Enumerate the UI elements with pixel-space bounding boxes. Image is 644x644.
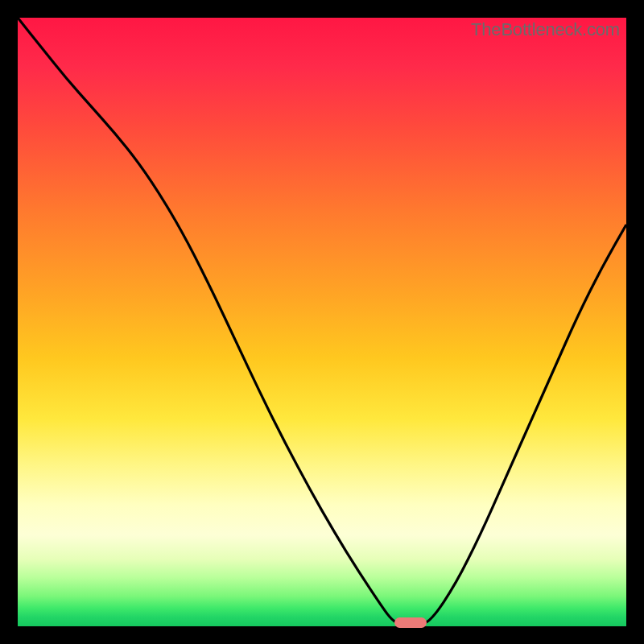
plot-area: TheBottleneck.com [18, 18, 626, 626]
optimal-marker [394, 617, 427, 629]
chart-frame: TheBottleneck.com [0, 0, 644, 644]
bottleneck-curve [18, 18, 626, 626]
